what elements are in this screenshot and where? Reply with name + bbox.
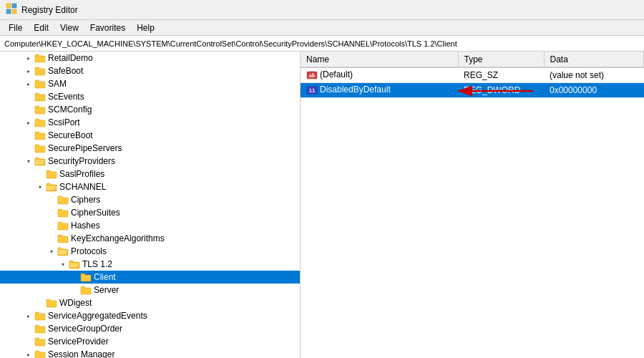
tree-expand-icon[interactable]: ▾ (46, 246, 57, 257)
tree-label: ScsiPort (48, 117, 80, 127)
tree-item-tls12[interactable]: ▾ TLS 1.2 (0, 258, 300, 271)
tree-label: WDigest (59, 298, 92, 308)
folder-icon (34, 65, 46, 77)
app-title: Registry Editor (21, 5, 78, 15)
main-content: ▸ RetailDemo▸ SafeBoot▸ SAM ScEvents SCM… (0, 52, 644, 358)
menu-help[interactable]: Help (131, 21, 160, 34)
tree-item-scmconfig[interactable]: SCMConfig (0, 103, 300, 116)
tree-item-retaildemo[interactable]: ▸ RetailDemo (0, 52, 300, 64)
tree-label: ServiceProvider (48, 337, 109, 347)
tree-label: SafeBoot (48, 66, 83, 76)
tree-label: KeyExchangeAlgorithms (71, 233, 165, 243)
tree-label: Ciphers (71, 195, 100, 205)
tree-item-scevents[interactable]: ScEvents (0, 90, 300, 103)
tree-item-hashes[interactable]: Hashes (0, 219, 300, 232)
menu-bar: File Edit View Favorites Help (0, 20, 644, 36)
folder-icon (34, 104, 46, 115)
tree-expand-icon[interactable]: ▸ (23, 78, 34, 90)
menu-file[interactable]: File (3, 21, 28, 34)
col-name: Name (301, 52, 458, 67)
tree-label: ServiceAggregatedEvents (48, 311, 147, 321)
menu-favorites[interactable]: Favorites (84, 21, 131, 34)
tree-item-protocols[interactable]: ▾ Protocols (0, 245, 300, 258)
folder-icon (34, 130, 46, 141)
folder-icon (69, 258, 80, 270)
tree-item-client[interactable]: Client (0, 271, 300, 284)
tree-expand-icon[interactable]: ▸ (23, 117, 34, 128)
tree-item-ciphers[interactable]: Ciphers (0, 193, 300, 206)
reg-row-disabledbydefault[interactable]: 11 DisabledByDefault REG_DWORD 0x0000000… (301, 83, 644, 98)
tree-item-wdigest[interactable]: WDigest (0, 296, 300, 309)
folder-icon (34, 310, 46, 321)
tree-label: SCHANNEL (59, 182, 106, 192)
tree-expand-icon[interactable]: ▸ (23, 349, 34, 358)
svg-rect-2 (6, 9, 11, 14)
reg-type: REG_SZ (458, 67, 544, 83)
tree-label: Session Manager (48, 349, 114, 358)
folder-icon (57, 246, 69, 257)
tree-expand-icon[interactable]: ▸ (23, 65, 34, 77)
tree-item-securepipeservers[interactable]: SecurePipeServers (0, 142, 300, 155)
tree-label: ServiceGroupOrder (48, 324, 122, 334)
address-bar: Computer\HKEY_LOCAL_MACHINE\SYSTEM\Curre… (0, 36, 644, 52)
tree-item-servicegrouporder[interactable]: ServiceGroupOrder (0, 322, 300, 335)
tree-item-serviceaggregatedevents[interactable]: ▸ ServiceAggregatedEvents (0, 309, 300, 322)
reg-data: (value not set) (544, 67, 644, 83)
right-panel: Name Type Data ab (Default) REG_SZ (valu… (301, 52, 644, 358)
folder-icon (57, 233, 69, 244)
svg-rect-0 (6, 4, 11, 8)
tree-panel[interactable]: ▸ RetailDemo▸ SafeBoot▸ SAM ScEvents SCM… (0, 52, 301, 358)
tree-item-ciphersuites[interactable]: CipherSuites (0, 206, 300, 219)
registry-table: Name Type Data ab (Default) REG_SZ (valu… (301, 52, 644, 98)
tree-expand-icon[interactable]: ▾ (23, 155, 34, 167)
tree-expand-icon[interactable]: ▸ (23, 310, 34, 321)
svg-rect-3 (12, 9, 16, 14)
tree-label: SaslProfiles (59, 169, 104, 179)
tree-item-sessionmanager[interactable]: ▸ Session Manager (0, 348, 300, 358)
menu-edit[interactable]: Edit (28, 21, 54, 34)
tree-item-keyexchange[interactable]: KeyExchangeAlgorithms (0, 232, 300, 245)
folder-icon (34, 142, 46, 154)
tree-expand-icon[interactable]: ▾ (57, 258, 69, 270)
tree-expand-icon[interactable]: ▾ (34, 181, 46, 193)
folder-icon (34, 78, 46, 90)
folder-icon (34, 349, 46, 358)
folder-icon (46, 181, 57, 193)
tree-item-safeboot[interactable]: ▸ SafeBoot (0, 64, 300, 77)
tree-item-schannel[interactable]: ▾ SCHANNEL (0, 180, 300, 193)
folder-icon (34, 91, 46, 102)
tree-label: Protocols (71, 246, 107, 256)
tree-item-sam[interactable]: ▸ SAM (0, 77, 300, 90)
folder-icon (57, 194, 69, 205)
col-data: Data (544, 52, 644, 67)
folder-icon (57, 220, 69, 231)
tree-item-serviceprovider[interactable]: ServiceProvider (0, 335, 300, 348)
folder-icon (80, 284, 92, 296)
tree-label: SecureBoot (48, 130, 93, 140)
tree-item-scsiport[interactable]: ▸ ScsiPort (0, 116, 300, 129)
reg-type: REG_DWORD (458, 83, 544, 98)
svg-text:ab: ab (309, 72, 316, 79)
registry-view: Name Type Data ab (Default) REG_SZ (valu… (301, 52, 644, 358)
tree-item-secureboot[interactable]: SecureBoot (0, 129, 300, 142)
folder-icon (46, 168, 57, 180)
tree-label: Server (94, 285, 119, 295)
tree-label: SCMConfig (48, 105, 92, 115)
menu-view[interactable]: View (54, 21, 84, 34)
tree-item-saslprofiles[interactable]: SaslProfiles (0, 168, 300, 180)
tree-label: SecurePipeServers (48, 143, 122, 153)
folder-icon (34, 155, 46, 167)
svg-text:11: 11 (309, 88, 315, 94)
folder-icon (34, 323, 46, 334)
folder-icon (80, 271, 92, 283)
tree-item-securityproviders[interactable]: ▾ SecurityProviders (0, 155, 300, 168)
tree-item-server[interactable]: Server (0, 284, 300, 296)
tree-label: CipherSuites (71, 208, 120, 218)
svg-rect-1 (12, 4, 16, 8)
title-bar: Registry Editor (0, 0, 644, 20)
reg-row-default[interactable]: ab (Default) REG_SZ (value not set) (301, 67, 644, 83)
folder-icon (34, 336, 46, 347)
address-path: Computer\HKEY_LOCAL_MACHINE\SYSTEM\Curre… (4, 39, 457, 48)
tree-expand-icon[interactable]: ▸ (23, 52, 34, 64)
tree-label: RetailDemo (48, 53, 93, 63)
